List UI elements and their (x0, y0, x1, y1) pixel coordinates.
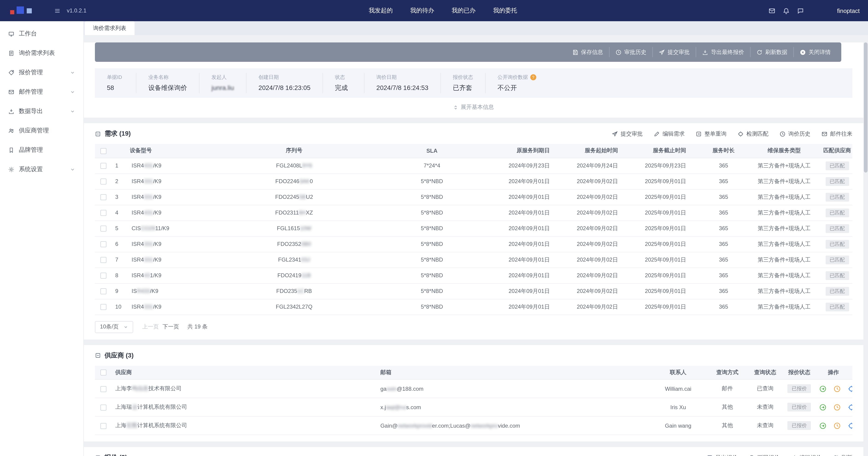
download-icon (702, 49, 708, 55)
mail-icon[interactable] (769, 7, 775, 14)
row-checkbox[interactable] (100, 404, 106, 410)
demand-table-row[interactable]: 7 ISR4331/K9 FGL234103J 5*8*NBD 2024年09月… (95, 252, 852, 267)
expand-basic-info-link[interactable]: 展开基本信息 (84, 98, 863, 118)
tab-inquiry-list[interactable]: 询价需求列表 (85, 21, 134, 35)
close-circle-icon (800, 49, 806, 55)
edit-quote-link[interactable]: 编辑报价 (790, 454, 822, 456)
sidebar-item-email-management[interactable]: 邮件管理 (0, 82, 83, 102)
submit-approval-button[interactable]: 提交审批 (652, 47, 696, 57)
save-info-button[interactable]: 保存信息 (566, 47, 609, 57)
demand-table-row[interactable]: 2 ISR4331/K9 FDO22463AK0 5*8*NBD 2024年09… (95, 173, 852, 189)
demand-table-row[interactable]: 4 ISR4431/K9 FDO23116HXZ 5*8*NBD 2024年09… (95, 205, 852, 221)
top-nav-item[interactable]: 我的待办 (410, 6, 434, 15)
row-checkbox[interactable] (100, 241, 106, 247)
detect-match-link[interactable]: 检测匹配 (738, 130, 769, 138)
chat-icon[interactable] (797, 7, 804, 14)
bell-icon[interactable] (783, 7, 790, 14)
app-logo (8, 5, 39, 17)
collapse-icon[interactable] (95, 131, 101, 137)
bookmark-icon (8, 147, 14, 153)
resend-icon[interactable] (819, 422, 827, 429)
top-nav-item[interactable]: 我的委托 (493, 6, 517, 15)
match-status-badge: 已匹配 (826, 208, 849, 217)
sidebar-item-data-export[interactable]: 数据导出 (0, 102, 83, 121)
hamburger-menu-icon[interactable] (54, 8, 60, 13)
submit-approval-link[interactable]: 提交审批 (612, 130, 643, 138)
row-checkbox[interactable] (100, 194, 106, 200)
reject-quote-link[interactable]: 驳回报价 (749, 454, 779, 456)
resend-icon[interactable] (819, 385, 827, 392)
refresh-quotes-link[interactable]: 刷新 (833, 454, 852, 456)
supplier-table-row[interactable]: 上海瑞达计算机系统有限公司 x.jiaqi@ruis.com Iris Xu 其… (95, 398, 852, 416)
row-index: 5 (112, 221, 130, 236)
summary-field-doc-id: 单据ID 58 (95, 73, 136, 93)
row-checkbox[interactable] (100, 226, 106, 232)
row-checkbox[interactable] (100, 273, 106, 279)
close-detail-button[interactable]: 关闭详情 (793, 47, 837, 57)
collapse-icon[interactable] (95, 455, 101, 456)
device-model: CISCO2911/K9 (130, 221, 221, 236)
sidebar-item-supplier-management[interactable]: 供应商管理 (0, 121, 83, 140)
row-checkbox[interactable] (100, 163, 106, 169)
resend-icon[interactable] (819, 403, 827, 411)
prev-page-button[interactable]: 上一页 (142, 323, 159, 331)
select-all-checkbox[interactable] (100, 148, 106, 154)
device-model: ISR4331/K9 (130, 173, 221, 189)
maintenance-type: 第三方备件+现场人工 (746, 158, 822, 173)
content-scroll-area[interactable]: 保存信息 审批历史 提交审批 导出最终报价 刷新数据 (84, 35, 868, 456)
maintenance-type: 第三方备件+现场人工 (746, 189, 822, 205)
collapse-icon[interactable] (95, 352, 101, 359)
service-start-date: 2024年09月02日 (565, 205, 633, 221)
refresh-data-button[interactable]: 刷新数据 (750, 47, 793, 57)
sidebar-item-inquiry-list[interactable]: 询价需求列表 (0, 44, 83, 63)
sidebar-item-brand-management[interactable]: 品牌管理 (0, 140, 83, 160)
row-checkbox[interactable] (100, 423, 106, 429)
demand-table-row[interactable]: 9 ISR433/K9 FDO2351CRB 5*8*NBD 2024年09月0… (95, 283, 852, 299)
page-size-select[interactable]: 10条/页 (95, 321, 133, 333)
help-icon[interactable]: ? (530, 74, 536, 80)
history-icon[interactable] (833, 385, 841, 392)
history-icon[interactable] (833, 422, 841, 429)
mail-correspondence-link[interactable]: 邮件往来 (822, 130, 852, 138)
select-all-checkbox[interactable] (100, 370, 106, 376)
row-checkbox[interactable] (100, 210, 106, 216)
sidebar-item-workbench[interactable]: 工作台 (0, 24, 83, 44)
row-checkbox[interactable] (100, 288, 106, 294)
serial-number: FGL234103J (221, 252, 368, 267)
sidebar-item-system-settings[interactable]: 系统设置 (0, 160, 83, 179)
chevron-down-icon (70, 89, 75, 94)
locate-icon[interactable] (848, 422, 852, 429)
demand-table-row[interactable]: 6 ISR4331/K9 FDO23520B0 5*8*NBD 2024年09月… (95, 236, 852, 252)
next-page-button[interactable]: 下一页 (162, 323, 179, 331)
demand-table-row[interactable]: 5 CISCO2911/K9 FGL161510W 5*8*NBD 2024年0… (95, 221, 852, 236)
requery-all-link[interactable]: 整单重询 (696, 130, 726, 138)
demand-table-row[interactable]: 1 ISR4431/K9 FGL2408L9Y6 7*24*4 2024年09月… (95, 158, 852, 173)
locate-icon[interactable] (848, 385, 852, 392)
inquiry-history-link[interactable]: 询价历史 (779, 130, 810, 138)
locate-icon[interactable] (848, 403, 852, 411)
supplier-name: 上海宏图计算机系统有限公司 (112, 416, 377, 435)
approval-history-button[interactable]: 审批历史 (609, 47, 652, 57)
export-quotes-link[interactable]: 导出报价 (707, 454, 738, 456)
row-checkbox[interactable] (100, 178, 106, 184)
sidebar-item-quote-management[interactable]: 报价管理 (0, 63, 83, 82)
top-nav-item[interactable]: 我的已办 (452, 6, 476, 15)
demand-table-row[interactable]: 3 ISR4331/K9 FDO22455BU2 5*8*NBD 2024年09… (95, 189, 852, 205)
pencil-icon (790, 455, 797, 456)
maintenance-type: 第三方备件+现场人工 (746, 252, 822, 267)
row-checkbox[interactable] (100, 257, 106, 263)
export-final-quote-button[interactable]: 导出最终报价 (696, 47, 750, 57)
supplier-table-row[interactable]: 上海李鸣信息技术有限公司 gaoxin@188.com William.cai … (95, 379, 852, 398)
demand-table-row[interactable]: 8 ISR4431/K9 FDO241911B 5*8*NBD 2024年09月… (95, 267, 852, 283)
demand-table-row[interactable]: 10 ISR4331/K9 FGL2342L27Q 5*8*NBD 2024年0… (95, 299, 852, 315)
history-icon[interactable] (833, 403, 841, 411)
scrollbar-track[interactable] (864, 36, 868, 456)
row-checkbox[interactable] (100, 386, 106, 392)
row-checkbox[interactable] (100, 304, 106, 310)
serial-number: FDO2351CRB (221, 283, 368, 299)
top-nav-item[interactable]: 我发起的 (369, 6, 393, 15)
service-start-date: 2024年09月02日 (565, 252, 633, 267)
supplier-table-row[interactable]: 上海宏图计算机系统有限公司 Gain@networkprovider.com;L… (95, 416, 852, 435)
edit-demand-link[interactable]: 编辑需求 (654, 130, 685, 138)
scrollbar-thumb[interactable] (864, 42, 868, 173)
